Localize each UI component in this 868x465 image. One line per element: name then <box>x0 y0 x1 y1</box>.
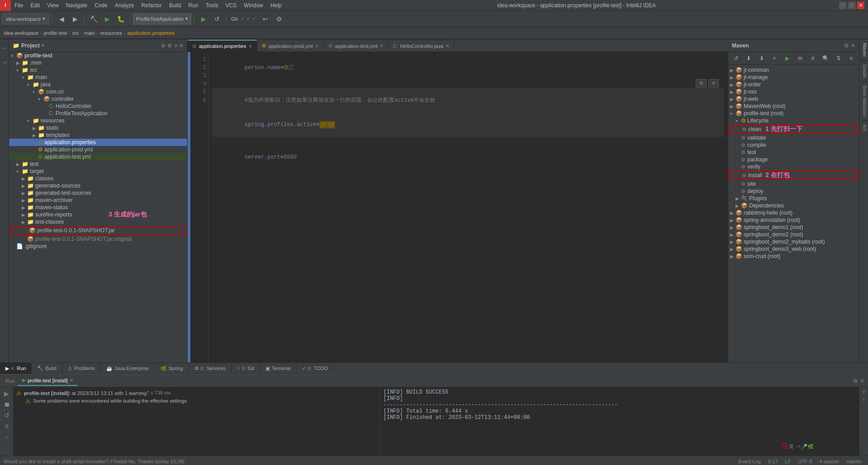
tree-item-snapshot-jar-original[interactable]: 📦 profile-test-0.0.1-SNAPSHOT.jar.origin… <box>9 235 187 243</box>
tree-item-maven-archiver[interactable]: ▶ 📁 maven-archiver <box>9 197 187 204</box>
run-tab-install[interactable]: ▶ profile-test [install] ✕ <box>18 376 78 386</box>
tree-item-snapshot-jar[interactable]: 📦 profile-test-0.0.1-SNAPSHOT.jar <box>10 226 186 235</box>
maven-item-jt-manage[interactable]: ▶ 📦 jt-manage <box>728 74 859 81</box>
menu-view[interactable]: View <box>43 1 62 9</box>
maven-item-rabbitmq[interactable]: ▶ 📦 rabbitmq-hello (root) <box>728 209 859 216</box>
tab-close-prod[interactable]: ✕ <box>315 43 319 48</box>
menu-navigate[interactable]: Navigate <box>62 1 91 9</box>
maven-item-springboot3[interactable]: ▶ 📦 springboot_demo3_web (root) <box>728 245 859 253</box>
maven-item-verify[interactable]: ⚙ verify <box>728 163 859 170</box>
maven-item-spring-annotation[interactable]: ▶ 📦 spring-annotation (root) <box>728 216 859 224</box>
maven-refresh-btn[interactable]: ↺ <box>730 52 742 65</box>
build-btn[interactable]: 🔨 <box>87 13 100 25</box>
menu-build[interactable]: Build <box>165 1 185 9</box>
maven-item-validate[interactable]: ⚙ validate <box>728 134 859 141</box>
maven-item-deploy[interactable]: ⚙ deploy <box>728 188 859 195</box>
editor-action-btn-2[interactable]: ✕ <box>708 79 719 88</box>
tree-item-comcn[interactable]: ▾ 📦 com.cn <box>9 88 187 95</box>
bottom-tab-git[interactable]: ⑂ 9: Git <box>231 363 260 374</box>
project-selector[interactable]: idea-workspace ▾ <box>2 14 49 24</box>
tree-item-classes[interactable]: ▶ 📁 classes <box>9 175 187 182</box>
right-tab-ant[interactable]: Ant <box>859 121 868 135</box>
tab-close-test[interactable]: ✕ <box>380 43 383 48</box>
tree-item-app-test[interactable]: ⚙ application-test.yml <box>9 153 187 160</box>
maven-item-dependencies[interactable]: ▶ 📦 Dependencies <box>728 202 859 209</box>
sidebar-structure-icon[interactable]: 2 <box>0 56 9 69</box>
maven-item-mavenweb[interactable]: ▶ 📦 MavenWeb (root) <box>728 103 859 110</box>
run-rerun-icon[interactable]: ↺ <box>2 411 11 420</box>
tree-item-static[interactable]: ▶ 📁 static <box>9 124 187 132</box>
close-panel-icon[interactable]: ✕ <box>179 42 184 49</box>
menu-vcs[interactable]: VCS <box>222 1 241 9</box>
run-strip-icon-1[interactable]: ≡ <box>862 389 865 395</box>
menu-analyze[interactable]: Analyze <box>111 1 138 9</box>
run-strip-icon-2[interactable]: ↕ <box>863 396 865 402</box>
bottom-tab-run[interactable]: ▶ 4: Run <box>0 363 32 374</box>
maven-item-springboot2-mybatis[interactable]: ▶ 📦 springboot_demo2_mybatis (root) <box>728 238 859 245</box>
maven-item-springboot2[interactable]: ▶ 📦 springboot_demo2 (root) <box>728 231 859 238</box>
menu-edit[interactable]: Edit <box>27 1 43 9</box>
maven-item-plugins[interactable]: ▶ 🔌 Plugins <box>728 195 859 202</box>
tree-item-mvn[interactable]: ▶ 📁 .mvn <box>9 59 187 66</box>
maven-close-icon[interactable]: ✕ <box>851 42 855 49</box>
tab-hello-controller[interactable]: C· HelloController.java ✕ <box>388 40 454 52</box>
breadcrumb-workspace[interactable]: idea-workspace <box>4 30 38 36</box>
maven-item-compile[interactable]: ⚙ compile <box>728 141 859 149</box>
bottom-tab-todo[interactable]: ✓ 6: TODO <box>297 363 334 374</box>
tree-item-gen-test-sources[interactable]: ▶ 📁 generated-test-sources <box>9 189 187 197</box>
menu-tools[interactable]: Tools <box>202 1 222 9</box>
forward-btn[interactable]: ▶ <box>69 13 81 25</box>
maven-item-jt-sso[interactable]: ▶ 📦 jt-sso <box>728 88 859 95</box>
tree-item-test[interactable]: ▶ 📁 test <box>9 160 187 168</box>
settings-icon[interactable]: ⚙ <box>167 42 172 49</box>
right-tab-gradle[interactable]: Gradle <box>859 61 868 82</box>
collapse-icon[interactable]: ≡ <box>174 42 177 49</box>
tree-item-main[interactable]: ▾ 📁 main <box>9 74 187 81</box>
tab-app-properties[interactable]: ⚙ application.properties ✕ <box>188 40 257 52</box>
maven-search-btn[interactable]: 🔍 <box>820 52 831 65</box>
back-btn[interactable]: ◀ <box>55 13 68 25</box>
maven-download2-btn[interactable]: ⬇ <box>756 52 768 65</box>
undo-btn[interactable]: ↩ <box>259 13 272 25</box>
maven-item-install[interactable]: ⚙ install 2 在打包 <box>728 171 859 180</box>
menu-run[interactable]: Run <box>185 1 202 9</box>
tree-item-profile-app[interactable]: C· ProfileTestApplication <box>9 110 187 117</box>
bottom-tab-services[interactable]: ⚙ 8: Services <box>189 363 231 374</box>
settings-btn[interactable]: ⚙ <box>273 13 285 25</box>
maven-add-btn[interactable]: + <box>769 52 780 65</box>
menu-help[interactable]: Help <box>267 1 285 9</box>
maven-item-springboot1[interactable]: ▶ 📦 springboot_demo1 (root) <box>728 224 859 231</box>
maven-collapse-btn[interactable]: ≡ <box>845 52 857 65</box>
tree-item-app-prod[interactable]: ⚙ application-prod.yml <box>9 146 187 153</box>
maven-m-btn[interactable]: m <box>794 52 806 65</box>
git-dropdown[interactable]: Git: ✓ ✓ ✓ <box>229 15 258 23</box>
menu-file[interactable]: File <box>11 1 27 9</box>
tree-item-templates[interactable]: ▶ 📁 templates <box>9 132 187 139</box>
bottom-tab-build[interactable]: 🔨 Build <box>32 363 62 374</box>
breadcrumb-file[interactable]: application.properties <box>127 30 175 36</box>
maven-run-btn[interactable]: ▶ <box>781 52 793 65</box>
tree-item-src[interactable]: ▾ 📁 src <box>9 66 187 74</box>
tree-item-surefire[interactable]: ▶ 📁 surefire-reports 3 生成的jar包 <box>9 211 187 218</box>
maximize-btn[interactable]: □ <box>848 2 855 9</box>
run-filter-icon[interactable]: ⌿ <box>2 432 11 442</box>
debug-btn[interactable]: 🐛 <box>114 13 127 25</box>
run-btn[interactable]: ▶ <box>101 13 113 25</box>
run-stop-icon[interactable]: ⏹ <box>2 400 11 409</box>
code-content[interactable]: ⚙ ✕ person.name=张三 #值为环境标识，注意如果注释加在这一行的后… <box>208 52 728 362</box>
status-branch[interactable]: master <box>844 459 864 464</box>
tree-item-resources[interactable]: ▾ 📁 resources <box>9 117 187 124</box>
menu-code[interactable]: Code <box>91 1 111 9</box>
maven-item-profile-test[interactable]: ▾ 📦 profile-test (root) <box>728 110 859 117</box>
tab-app-prod[interactable]: ⚙ application-prod.yml ✕ <box>257 40 324 52</box>
breadcrumb-src[interactable]: src <box>72 30 79 36</box>
maven-expand-btn[interactable]: ⇅ <box>832 52 844 65</box>
tab-close-java[interactable]: ✕ <box>446 43 449 48</box>
status-indent[interactable]: 4 spaces <box>816 459 842 464</box>
bottom-tab-spring[interactable]: 🌿 Spring <box>155 363 189 374</box>
breadcrumb-resources[interactable]: resources <box>100 30 122 36</box>
maven-item-package[interactable]: ⚙ package <box>728 156 859 163</box>
run-play-icon[interactable]: ▶ <box>2 389 11 398</box>
tree-item-java[interactable]: ▾ 📁 java <box>9 81 187 88</box>
tree-item-gitignore[interactable]: 📄 .gitignore <box>9 243 187 250</box>
